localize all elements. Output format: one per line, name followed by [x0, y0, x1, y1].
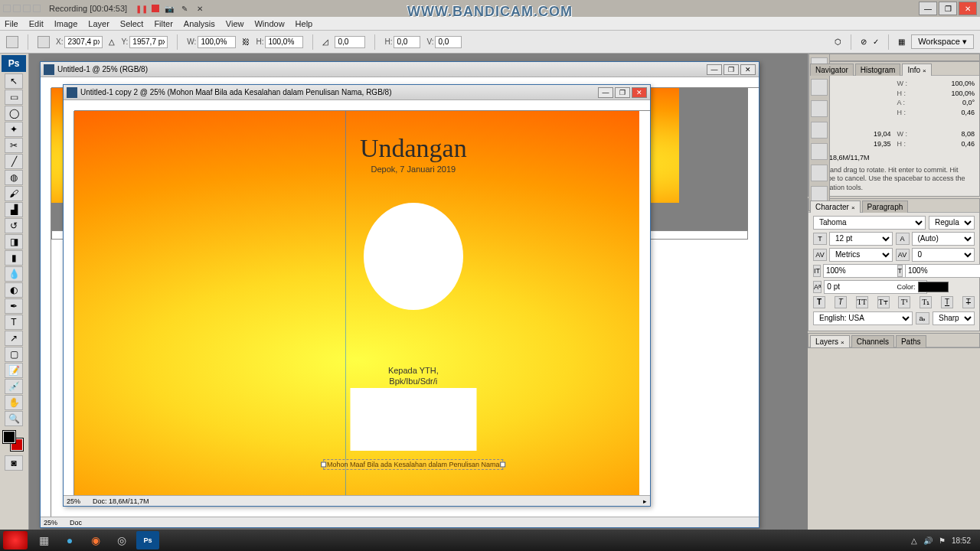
quickmask-tool[interactable]: ◙ [5, 455, 23, 471]
stamp-tool[interactable]: ▟ [5, 202, 23, 217]
x-input[interactable] [64, 36, 103, 48]
italic-button[interactable]: T [835, 296, 847, 308]
eyedropper-tool[interactable]: 💉 [5, 379, 23, 394]
transform-tool-icon[interactable] [6, 36, 18, 48]
panel-icon[interactable] [811, 165, 828, 181]
font-size-select[interactable]: 12 pt [829, 232, 893, 246]
tab-paths[interactable]: Paths [896, 335, 926, 347]
angle-input[interactable] [335, 36, 365, 48]
doc1-titlebar[interactable]: Untitled-1 @ 25% (RGB/8) — ❐ ✕ [41, 62, 759, 77]
history-brush-tool[interactable]: ↺ [5, 218, 23, 233]
doc2-minimize[interactable]: — [598, 87, 613, 98]
color-swatches[interactable] [3, 431, 23, 451]
font-style-select[interactable]: Regular [929, 216, 975, 230]
start-button[interactable] [3, 531, 28, 549]
doc1-maximize[interactable]: ❐ [724, 64, 739, 75]
tab-paragraph[interactable]: Paragraph [862, 201, 909, 213]
menu-layer[interactable]: Layer [88, 19, 109, 28]
allcaps-button[interactable]: TT [856, 296, 868, 308]
shape-tool[interactable]: ▢ [5, 347, 23, 362]
hand-tool[interactable]: ✋ [5, 395, 23, 410]
tray-time[interactable]: 18:52 [952, 536, 971, 545]
tray-up-icon[interactable]: △ [911, 536, 917, 545]
ref-point-icon[interactable] [38, 36, 50, 48]
stop-icon[interactable] [152, 5, 159, 12]
taskbar-firefox-icon[interactable]: ◉ [84, 531, 107, 549]
menu-image[interactable]: Image [54, 19, 78, 28]
doc2-titlebar[interactable]: Untitled-1 copy 2 @ 25% (Mohon Maaf Bila… [64, 85, 650, 100]
lasso-tool[interactable]: ◯ [5, 106, 23, 121]
pen-tool[interactable]: ✒ [5, 298, 23, 314]
close-rec-icon[interactable]: ✕ [194, 3, 205, 14]
tray-network-icon[interactable]: 🔊 [923, 536, 933, 545]
blur-tool[interactable]: 💧 [5, 266, 23, 282]
doc2-zoom[interactable]: 25% [67, 497, 80, 505]
menu-view[interactable]: View [226, 19, 244, 28]
panel-icon[interactable] [811, 100, 828, 117]
wand-tool[interactable]: ✦ [5, 122, 23, 137]
type-tool[interactable]: T [5, 315, 23, 330]
panel-icon[interactable] [811, 143, 828, 160]
tab-histogram[interactable]: Histogram [855, 64, 901, 76]
doc1-close[interactable]: ✕ [740, 64, 756, 75]
tab-layers[interactable]: Layers× [810, 335, 850, 347]
language-select[interactable]: English: USA [813, 311, 913, 325]
menu-window[interactable]: Window [254, 19, 284, 28]
crop-tool[interactable]: ✂ [5, 138, 23, 153]
superscript-button[interactable]: T¹ [898, 296, 910, 308]
w-input[interactable] [198, 36, 236, 48]
menu-filter[interactable]: Filter [154, 19, 172, 28]
menu-help[interactable]: Help [296, 19, 313, 28]
menu-select[interactable]: Select [120, 19, 144, 28]
leading-select[interactable]: (Auto) [912, 232, 975, 246]
bridge-icon[interactable]: ▦ [898, 37, 905, 46]
smallcaps-button[interactable]: Tᴛ [877, 296, 890, 308]
taskbar-explorer-icon[interactable]: ▦ [32, 531, 55, 549]
doc2-close[interactable]: ✕ [632, 87, 647, 98]
taskbar-chrome-icon[interactable]: ◎ [110, 531, 133, 549]
tracking-select[interactable]: 0 [912, 248, 975, 262]
dodge-tool[interactable]: ◐ [5, 282, 23, 298]
strikethrough-button[interactable]: T [962, 296, 975, 308]
brush-tool[interactable]: 🖌 [5, 186, 23, 201]
doc2-maximize[interactable]: ❐ [615, 87, 630, 98]
close-button[interactable]: ✕ [959, 2, 977, 15]
maximize-button[interactable]: ❐ [939, 2, 957, 15]
panel-collapse-bar[interactable]: ◄◄ [808, 54, 980, 61]
hscale-input[interactable] [905, 264, 980, 278]
taskbar-media-icon[interactable]: ● [58, 531, 81, 549]
taskbar-photoshop-icon[interactable]: Ps [136, 531, 159, 549]
move-tool[interactable]: ↖ [5, 73, 23, 89]
tray-flag-icon[interactable]: ⚑ [939, 536, 946, 545]
notes-tool[interactable]: 📝 [5, 363, 23, 378]
doc2-canvas[interactable]: Undangan Depok, 7 Januari 2019 Kepada YT… [74, 111, 639, 495]
menu-analysis[interactable]: Analysis [184, 19, 215, 28]
pencil-icon[interactable]: ✎ [179, 3, 190, 14]
doc1-minimize[interactable]: — [707, 64, 722, 75]
underline-button[interactable]: T [941, 296, 953, 308]
tab-navigator[interactable]: Navigator [810, 64, 854, 76]
gradient-tool[interactable]: ▮ [5, 250, 23, 266]
foreground-color-swatch[interactable] [3, 431, 15, 443]
bold-button[interactable]: T [813, 296, 825, 308]
zoom-tool[interactable]: 🔍 [5, 411, 23, 426]
heal-tool[interactable]: ◍ [5, 170, 23, 185]
eraser-tool[interactable]: ◨ [5, 234, 23, 249]
antialias-select[interactable]: Sharp [933, 311, 975, 325]
text-color-swatch[interactable] [918, 282, 949, 292]
menu-file[interactable]: File [5, 19, 18, 28]
subscript-button[interactable]: T₁ [920, 296, 932, 308]
workspace-dropdown[interactable]: Workspace ▾ [911, 34, 974, 49]
panel-icon[interactable] [811, 79, 828, 96]
pause-icon[interactable]: ❚❚ [136, 3, 147, 14]
marquee-tool[interactable]: ▭ [5, 90, 23, 105]
doc1-zoom[interactable]: 25% [44, 519, 57, 527]
tab-info[interactable]: Info× [902, 64, 931, 76]
hskew-input[interactable] [394, 36, 420, 48]
panel-icon[interactable] [811, 122, 828, 139]
aspect-link-icon[interactable]: ⛓ [242, 37, 250, 46]
font-family-select[interactable]: Tahoma [813, 216, 926, 230]
tab-character[interactable]: Character× [810, 201, 861, 213]
slice-tool[interactable]: ╱ [5, 154, 23, 169]
tab-channels[interactable]: Channels [851, 335, 894, 347]
